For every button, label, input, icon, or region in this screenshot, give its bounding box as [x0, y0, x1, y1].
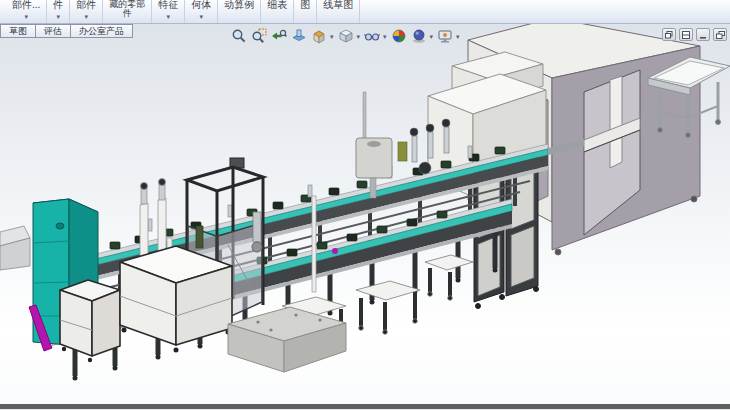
motion-study-button[interactable]: 动算例 [218, 0, 261, 23]
chevron-down-icon[interactable] [57, 13, 61, 20]
edit-appearance-button[interactable] [390, 27, 408, 45]
hide-show-items-button[interactable] [363, 27, 381, 45]
component-button[interactable]: 部件 [70, 0, 103, 23]
chevron-down-icon[interactable] [357, 33, 361, 40]
zoom-to-fit-button[interactable] [230, 27, 248, 45]
button-label: 件 [53, 0, 63, 10]
window-restore-icon [716, 31, 725, 39]
hide-show-items-icon [364, 28, 380, 44]
left-edge-structure[interactable] [0, 226, 30, 270]
tab-sketch[interactable]: 草图 [0, 24, 36, 38]
tab-office-products[interactable]: 办公室产品 [71, 24, 133, 38]
tab-evaluate[interactable]: 评估 [36, 24, 71, 38]
bill-of-materials-button[interactable]: 细表 [261, 0, 294, 23]
zoom-to-fit-icon [231, 28, 247, 44]
button-label: 细表 [267, 0, 287, 10]
button-label: 特征 [158, 0, 178, 10]
chevron-down-icon[interactable] [456, 33, 460, 40]
chevron-down-icon[interactable] [200, 13, 204, 20]
button-label: 部件 [76, 0, 96, 10]
window-tile-button[interactable] [679, 28, 693, 41]
window-restore-button[interactable] [713, 28, 727, 41]
button-label: 动算例 [224, 0, 254, 10]
window-cascade-button[interactable] [662, 28, 676, 41]
view-orientation-button[interactable] [310, 27, 328, 45]
chevron-down-icon[interactable] [24, 13, 28, 20]
section-view-icon [291, 28, 307, 44]
display-style-button[interactable] [337, 27, 355, 45]
chevron-down-icon[interactable] [85, 13, 89, 20]
graphics-viewport[interactable] [0, 0, 730, 410]
window-cascade-icon [665, 31, 673, 39]
button-label: 何体 [191, 0, 211, 10]
zoom-to-area-icon [251, 28, 267, 44]
zoom-to-area-button[interactable] [250, 27, 268, 45]
chevron-down-icon[interactable] [383, 33, 387, 40]
apply-scene-button[interactable] [410, 27, 428, 45]
window-tile-icon [682, 31, 690, 39]
section-view-button[interactable] [290, 27, 308, 45]
apply-scene-icon [411, 28, 427, 44]
view-settings-button[interactable] [436, 27, 454, 45]
chevron-down-icon[interactable] [167, 13, 171, 20]
command-manager-tabs: 草图 评估 办公室产品 [0, 24, 133, 38]
button-label: 线草图 [323, 0, 353, 10]
window-minimize-icon [699, 31, 707, 39]
mate-button[interactable]: 件 [47, 0, 70, 23]
button-label: 藏的零部件 [109, 0, 145, 18]
edit-appearance-icon [391, 28, 407, 44]
button-label: 图 [300, 0, 310, 10]
chevron-down-icon[interactable] [330, 33, 334, 40]
exploded-view-button[interactable]: 图 [294, 0, 317, 23]
reference-geometry-button[interactable]: 何体 [185, 0, 218, 23]
button-label: 部件... [12, 0, 40, 10]
insert-components-button[interactable]: 部件... [6, 0, 47, 23]
view-settings-icon [437, 28, 453, 44]
assembly-features-button[interactable]: 特征 [152, 0, 185, 23]
heads-up-view-toolbar [230, 27, 461, 45]
window-minimize-button[interactable] [696, 28, 710, 41]
previous-view-button[interactable] [270, 27, 288, 45]
command-manager-toolbar: 部件... 件 部件 藏的零部件 特征 何体 动算例 细表 图 线草图 [0, 0, 730, 24]
previous-view-icon [271, 28, 287, 44]
child-window-controls [662, 28, 727, 41]
chevron-down-icon[interactable] [430, 33, 434, 40]
display-style-icon [338, 28, 354, 44]
show-hidden-components-button[interactable]: 藏的零部件 [103, 0, 152, 23]
explode-line-sketch-button[interactable]: 线草图 [317, 0, 360, 23]
view-orientation-icon [311, 28, 327, 44]
